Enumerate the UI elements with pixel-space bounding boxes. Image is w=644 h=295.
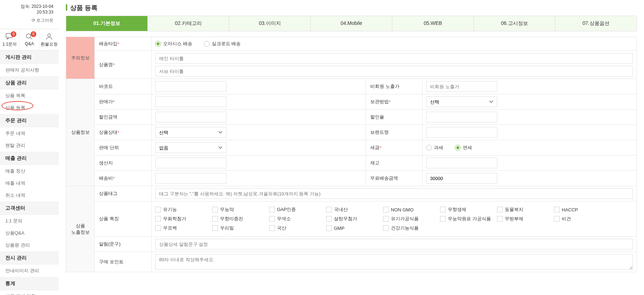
feature-checkbox[interactable]: 동물복지 [497,205,554,214]
radio-tax-taxable[interactable]: 과세 [426,144,443,151]
input-notice[interactable] [155,239,633,249]
input-sub-title[interactable] [155,66,633,77]
radio-ship-silkroad[interactable]: 실크로드 배송 [204,41,241,47]
checkbox-icon [440,207,446,212]
section-warning: 주의정보 [66,37,95,79]
feature-checkbox[interactable]: 유기농 [155,205,212,214]
menu-item[interactable]: 판매자 공지사항 [0,64,59,76]
menu-item[interactable]: 1:1 문의 [0,215,59,227]
refund-icon-button[interactable]: 환불요청 [39,29,59,50]
tabs-container: 01.기본정보02.카테고리03.이미지04.Mobile05.WEB06.고시… [66,16,637,31]
checkbox-label: 국내산 [334,206,348,213]
input-discount-amount[interactable] [155,112,226,122]
tab[interactable]: 04.Mobile [311,16,392,31]
input-origin[interactable] [155,158,226,168]
qna-icon-button[interactable]: 0 Q&A [19,29,39,50]
feature-checkbox[interactable]: GMP [326,223,383,233]
menu-item[interactable]: 매출 내역 [0,177,59,189]
feature-checkbox[interactable]: 무항생제 [440,205,497,214]
menu-item[interactable]: 상품 목록 [0,90,59,102]
feature-checkbox[interactable]: 유기가공식품 [383,214,440,223]
menu-item[interactable]: 매출 정산 [0,165,59,177]
menu-header[interactable]: 전시 관리 [0,251,59,265]
input-nonmember-price[interactable] [426,81,497,92]
label-sale-price: 판매가* [95,94,152,109]
logout-label: 로그아웃 [36,18,53,23]
power-icon: ⟳ [32,18,35,23]
checkbox-icon [497,207,503,212]
menu-header[interactable]: 주문 관리 [0,114,59,127]
checkbox-label: 무방부제 [505,216,523,222]
feature-checkbox[interactable]: 무방부제 [497,214,554,223]
tab[interactable]: 01.기본정보 [66,16,148,31]
label-purchase-point: 구매 포인트 [95,252,152,272]
label-ship-fee: 배송비* [95,171,152,186]
feature-checkbox[interactable]: 건강기능식품 [383,223,440,233]
feature-checkbox[interactable]: 무화학첨가 [155,214,212,223]
select-sale-unit[interactable]: 없음 [155,142,226,153]
input-sale-price[interactable] [155,96,226,107]
textarea-purchase-point[interactable] [155,254,633,270]
feature-checkbox[interactable]: GAP인증 [269,205,326,214]
menu-item[interactable]: 상품 판매 현황 [0,290,59,295]
feature-checkbox[interactable]: HACCP [554,205,611,214]
feature-checkbox[interactable]: 국산 [269,223,326,233]
menu-item[interactable]: 렌탈 관리 [0,139,59,152]
input-stock[interactable] [426,158,497,168]
feature-checkbox[interactable]: 무농약 [212,205,269,214]
checkbox-label: HACCP [562,207,578,212]
menu-item[interactable]: 상품Q&A [0,227,59,239]
menu-header[interactable]: 고객센터 [0,201,59,215]
input-product-tag[interactable] [155,188,633,199]
checkbox-icon [212,207,218,212]
radio-icon [426,145,432,151]
svg-line-2 [30,37,32,39]
input-ship-fee[interactable] [155,173,226,184]
input-brand-name[interactable] [426,127,497,138]
feature-checkbox[interactable]: 무농약원료 가공식품 [440,214,497,223]
input-free-ship-amount[interactable] [426,173,497,184]
radio-label: 오아시스 배송 [163,41,192,47]
label-product-tag: 상품태그 [95,186,152,201]
menu-item[interactable]: 주문 내역 [0,127,59,139]
radio-label: 실크로드 배송 [212,41,241,47]
highlight-ellipse-icon [1,101,33,110]
radio-ship-oasis[interactable]: 오아시스 배송 [155,41,192,47]
feature-checkbox[interactable]: 무색소 [269,214,326,223]
feature-checkbox[interactable]: 설탕무첨가 [326,214,383,223]
menu-header[interactable]: 통계 [0,277,59,290]
menu-item[interactable]: 안내이미지 관리 [0,265,59,277]
tab[interactable]: 02.카테고리 [148,16,229,31]
menu-item[interactable]: 취소 내역 [0,189,59,201]
qna-badge: 0 [31,31,36,37]
input-main-title[interactable] [155,53,633,64]
checkbox-icon [212,216,218,222]
feature-checkbox[interactable]: 무항미증진 [212,214,269,223]
feature-checkbox[interactable]: 우리밀 [212,223,269,233]
menu-item[interactable]: 상품평 관리 [0,239,59,251]
feature-checkbox[interactable]: 국내산 [326,205,383,214]
svg-point-3 [48,34,51,37]
tab[interactable]: 05.WEB [392,16,474,31]
menu-header[interactable]: 매출 관리 [0,152,59,165]
feature-checkbox[interactable]: 무표백 [155,223,212,233]
feature-checkbox[interactable]: NON GMO [383,205,440,214]
menu-item[interactable]: 상품 등록 [0,102,59,114]
inquiry-icon-button[interactable]: 0 1:1문의 [0,29,19,50]
checkbox-icon [155,216,161,222]
tab[interactable]: 07.상품옵션 [555,16,637,31]
select-storage[interactable]: 선택 [426,96,497,107]
tab[interactable]: 03.이미지 [229,16,311,31]
input-discount-rate[interactable] [426,112,497,122]
logout-link[interactable]: ⟳로그아웃 [0,15,59,29]
checkbox-icon [326,207,332,212]
menu-header[interactable]: 게시판 관리 [0,51,59,64]
radio-tax-exempt[interactable]: 면세 [455,144,472,151]
input-barcode[interactable] [155,81,226,92]
select-product-status[interactable]: 선택 [155,127,226,138]
checkbox-label: 우리밀 [220,225,234,231]
menu-header[interactable]: 상품 관리 [0,76,59,90]
section-product-info: 상품정보 [66,79,95,186]
feature-checkbox[interactable]: 비건 [554,214,611,223]
tab[interactable]: 06.고시정보 [474,16,555,31]
